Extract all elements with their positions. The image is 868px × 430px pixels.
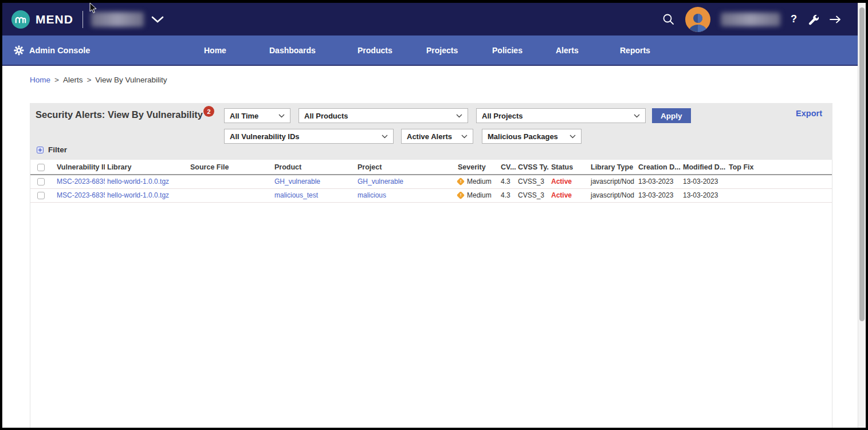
alert-count-badge: 2 [203, 106, 214, 117]
gear-icon [14, 45, 24, 56]
product-link[interactable]: GH_vulnerable [274, 177, 320, 186]
products-filter-value: All Products [304, 112, 348, 120]
status-badge: Active [551, 177, 572, 186]
top-fix-cell [726, 175, 832, 188]
library-link[interactable]: hello-world-1.0.0.tgz [107, 191, 169, 199]
cvss-type-cell: CVSS_3 [516, 175, 549, 188]
severity-label: Medium [467, 177, 492, 186]
time-filter-select[interactable]: All Time [224, 108, 290, 123]
select-all-checkbox[interactable] [37, 164, 45, 171]
breadcrumb-separator: > [87, 76, 91, 84]
breadcrumb-separator: > [54, 76, 59, 84]
alert-status-filter-select[interactable]: Active Alerts [401, 129, 473, 144]
projects-filter-select[interactable]: All Projects [476, 108, 646, 123]
severity-label: Medium [467, 191, 492, 199]
main-nav: Admin Console Home Dashboards Products P… [2, 35, 866, 66]
breadcrumb-current: View By Vulnerability [95, 76, 167, 84]
col-library[interactable]: Library [105, 160, 188, 175]
alert-type-filter-select[interactable]: Malicious Packages [482, 129, 582, 144]
creation-date-cell: 13-03-2023 [636, 175, 681, 188]
chevron-down-icon [456, 114, 462, 118]
breadcrumb-home[interactable]: Home [30, 76, 50, 84]
project-link[interactable]: malicious [358, 191, 386, 199]
col-vulnerability-id[interactable]: Vulnerability ID [54, 160, 105, 175]
admin-console[interactable]: Admin Console [14, 35, 90, 65]
nav-item-policies[interactable]: Policies [492, 35, 523, 65]
mend-logo-icon [11, 10, 30, 29]
topbar-divider [83, 11, 83, 28]
col-modified-date[interactable]: Modified D... [681, 160, 726, 175]
alerts-table: Vulnerability ID Library Source File Pro… [30, 160, 832, 203]
col-product[interactable]: Product [272, 160, 355, 175]
org-selector-redacted[interactable] [91, 12, 144, 27]
nav-item-home[interactable]: Home [204, 35, 226, 65]
filter-expander[interactable]: Filter [37, 145, 67, 154]
col-cvss-type[interactable]: CVSS Ty... [516, 160, 549, 175]
severity-medium-icon: ! [457, 177, 465, 186]
severity-medium-icon: ! [457, 191, 465, 199]
org-chevron-down-icon[interactable] [151, 15, 164, 23]
mend-brand[interactable]: MEND [11, 10, 73, 29]
library-type-cell: javascript/Nod [588, 188, 636, 202]
alert-type-filter-value: Malicious Packages [488, 132, 558, 141]
alerts-table-container: Vulnerability ID Library Source File Pro… [30, 160, 832, 428]
breadcrumb: Home > Alerts > View By Vulnerability [2, 66, 866, 93]
status-badge: Active [551, 191, 572, 199]
chevron-down-icon [461, 135, 468, 139]
time-filter-value: All Time [230, 112, 258, 120]
nav-item-alerts[interactable]: Alerts [556, 35, 579, 65]
nav-item-products[interactable]: Products [358, 35, 392, 65]
row-checkbox[interactable] [37, 178, 45, 186]
help-icon[interactable]: ? [791, 13, 797, 25]
library-link[interactable]: hello-world-1.0.0.tgz [107, 177, 169, 186]
product-link[interactable]: malicious_test [274, 191, 318, 199]
projects-filter-value: All Projects [482, 112, 523, 120]
export-link[interactable]: Export [796, 109, 822, 118]
creation-date-cell: 13-03-2023 [636, 188, 681, 202]
col-project[interactable]: Project [355, 160, 455, 175]
wrench-icon[interactable] [807, 14, 819, 25]
chevron-down-icon [634, 114, 640, 118]
app-window: MEND [2, 3, 866, 428]
search-icon[interactable] [662, 13, 675, 26]
cvss-score-cell: 4.3 [498, 188, 516, 202]
scrollbar-thumb[interactable] [859, 7, 865, 321]
products-filter-select[interactable]: All Products [299, 108, 468, 123]
col-status[interactable]: Status [549, 160, 588, 175]
nav-item-projects[interactable]: Projects [426, 35, 458, 65]
chevron-down-icon [382, 135, 388, 139]
chevron-down-icon [569, 135, 576, 139]
page-title: Security Alerts: View By Vulnerability [36, 109, 203, 120]
nav-item-dashboards[interactable]: Dashboards [269, 35, 316, 65]
vulnerability-ids-filter-select[interactable]: All Vulnerability IDs [224, 129, 394, 144]
topbar-actions: ? [662, 3, 842, 35]
vulnerability-id-link[interactable]: MSC-2023-68356 [57, 191, 105, 199]
col-top-fix[interactable]: Top Fix [726, 160, 832, 175]
vulnerability-id-link[interactable]: MSC-2023-68356 [57, 177, 105, 186]
col-severity[interactable]: Severity [455, 160, 498, 175]
table-header-row: Vulnerability ID Library Source File Pro… [30, 160, 832, 175]
source-file-cell [188, 188, 272, 202]
mouse-cursor [89, 3, 97, 17]
row-checkbox[interactable] [37, 192, 45, 199]
project-link[interactable]: GH_vulnerable [358, 177, 403, 186]
logout-arrow-icon[interactable] [829, 15, 842, 24]
filter-panel: Security Alerts: View By Vulnerability 2… [30, 103, 832, 160]
avatar[interactable] [685, 7, 710, 32]
vertical-scrollbar[interactable] [858, 3, 866, 428]
col-cvss-score[interactable]: CV... [498, 160, 516, 175]
col-creation-date[interactable]: Creation D... [636, 160, 681, 175]
chevron-down-icon [278, 114, 285, 118]
user-name-redacted[interactable] [721, 13, 780, 26]
nav-item-reports[interactable]: Reports [620, 35, 650, 65]
apply-button[interactable]: Apply [652, 108, 691, 123]
admin-console-label: Admin Console [29, 46, 90, 55]
cvss-score-cell: 4.3 [498, 175, 516, 188]
library-type-cell: javascript/Nod [588, 175, 636, 188]
vulnerability-ids-filter-value: All Vulnerability IDs [230, 132, 300, 141]
breadcrumb-alerts[interactable]: Alerts [63, 76, 83, 84]
brand-name: MEND [36, 13, 73, 26]
top-fix-cell [726, 188, 832, 202]
col-source-file[interactable]: Source File [188, 160, 272, 175]
col-library-type[interactable]: Library Type [588, 160, 636, 175]
